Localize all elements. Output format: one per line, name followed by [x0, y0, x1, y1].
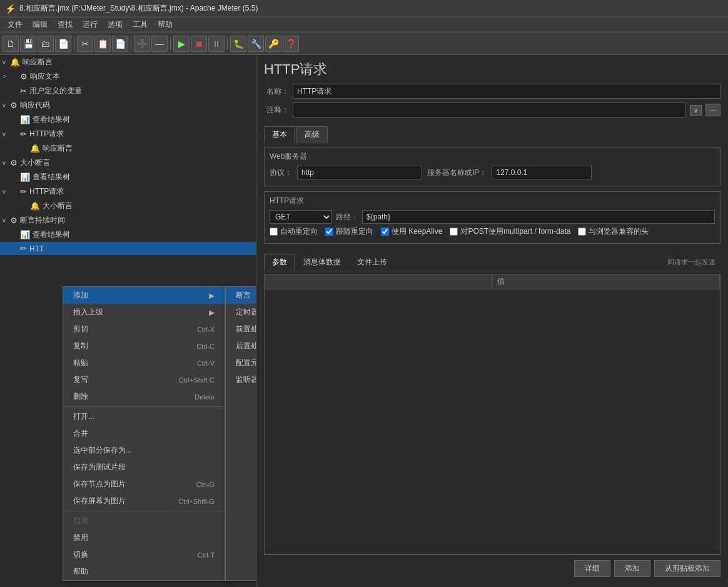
submenu-assertion[interactable]: 断言 ▶ [226, 287, 256, 304]
ctx-toggle[interactable]: 切换 Ctrl-T [63, 546, 225, 563]
ctx-help[interactable]: 帮助 [63, 563, 225, 580]
ctx-add[interactable]: 添加 ▶ [63, 287, 225, 304]
server-input[interactable] [492, 166, 592, 179]
ctx-disable[interactable]: 禁用 [63, 529, 225, 546]
tree-label: 查看结果树 [33, 114, 70, 125]
tree-item-size-assert[interactable]: v ⚙ 大小断言 [0, 156, 256, 170]
menu-run[interactable]: 运行 [78, 18, 103, 31]
tree-toggle[interactable]: v [3, 188, 10, 195]
ctx-save-partial[interactable]: 选中部分保存为... [63, 442, 225, 459]
path-input[interactable] [362, 210, 715, 224]
submenu-config[interactable]: 配置元件 ▶ [226, 354, 256, 371]
tree-toggle[interactable]: v [3, 59, 10, 66]
ctx-delete[interactable]: 删除 Delete [63, 388, 225, 405]
protocol-input[interactable] [297, 166, 422, 179]
toolbar-expand[interactable]: ➕ [134, 36, 150, 52]
menu-options[interactable]: 选项 [103, 18, 128, 31]
toolbar-undo[interactable]: ▶ [173, 36, 190, 52]
comment-input[interactable] [293, 103, 686, 118]
cb-follow[interactable]: 跟随重定向 [325, 226, 373, 237]
tree-label: HTTP请求 [29, 186, 64, 197]
toolbar-template[interactable]: 🔑 [265, 36, 281, 52]
title-bar: ⚡ 8.相应断言.jmx (F:\JMeter_Study\8.相应断言.jmx… [0, 0, 728, 18]
tree-item-view-results1[interactable]: 📊 查看结果树 [0, 113, 256, 127]
tree-item-assertions-root[interactable]: v 🔔 响应断言 [0, 55, 256, 69]
tree-toggle[interactable]: v [3, 102, 10, 109]
cb-browser-compat[interactable]: 与浏览器兼容的头 [578, 226, 649, 237]
ctx-save-node-img[interactable]: 保存节点为图片 Ctrl-G [63, 476, 225, 493]
tree-toggle[interactable]: v [3, 159, 10, 166]
cb-multipart-input[interactable] [450, 228, 458, 236]
toolbar-paste[interactable]: 📋 [94, 36, 111, 52]
expand-button[interactable]: v [690, 105, 702, 116]
cb-keepalive[interactable]: 使用 KeepAlive [381, 226, 442, 237]
menu-help[interactable]: 帮助 [153, 18, 178, 31]
tree-item-assert-duration[interactable]: v ⚙ 断言持续时间 [0, 213, 256, 228]
tree-item-http-req3[interactable]: ✏ HTT [0, 242, 256, 255]
tree-item-response-text[interactable]: > ⚙ 响应文本 [0, 69, 256, 84]
tree-item-response-assert1[interactable]: 🔔 响应断言 [0, 141, 256, 156]
tree-item-http-req2[interactable]: v ✏ HTTP请求 [0, 184, 256, 199]
params-tab-body[interactable]: 消息体数据 [295, 254, 349, 271]
toolbar-open[interactable]: 🗁 [38, 36, 54, 52]
submenu-pre-processor[interactable]: 前置处理器 ▶ [226, 321, 256, 338]
name-input[interactable] [293, 84, 720, 99]
submenu-listener[interactable]: 监听器 ▶ [226, 371, 256, 388]
toolbar-redo[interactable]: ⏹ [191, 36, 207, 52]
toolbar-run[interactable]: ⏸ [208, 36, 225, 52]
submenu-timer[interactable]: 定时器 ▶ [226, 304, 256, 321]
cb-browser-compat-input[interactable] [578, 228, 586, 236]
menu-file[interactable]: 文件 [3, 18, 28, 31]
tree-item-size-assert2[interactable]: 🔔 大小断言 [0, 199, 256, 213]
ctx-save-screen-img[interactable]: 保存屏幕为图片 Ctrl+Shift-G [63, 493, 225, 509]
cb-redirect[interactable]: 自动重定向 [270, 226, 318, 237]
ctx-save-fragment[interactable]: 保存为测试片段 [63, 459, 225, 476]
tree-icon-gear: ⚙ [20, 72, 28, 81]
add-button[interactable]: 添加 [614, 560, 650, 577]
ctx-paste[interactable]: 粘贴 Ctrl-V [63, 354, 225, 371]
tree-toggle[interactable]: v [3, 131, 10, 138]
toolbar-save[interactable]: 💾 [20, 36, 36, 52]
ctx-duplicate[interactable]: 复写 Ctrl+Shift-C [63, 371, 225, 388]
ctx-copy[interactable]: 复制 Ctrl-C [63, 338, 225, 354]
cb-keepalive-input[interactable] [381, 228, 389, 236]
tree-icon-bell2: 🔔 [30, 201, 40, 211]
menu-tools[interactable]: 工具 [128, 18, 153, 31]
cb-multipart[interactable]: 对POST使用multipart / form-data [450, 226, 570, 237]
method-select[interactable]: GET POST PUT DELETE [270, 210, 332, 224]
toolbar-new[interactable]: 🗋 [3, 36, 19, 52]
toolbar-debug[interactable]: 🐛 [230, 36, 246, 52]
params-tab-upload[interactable]: 文件上传 [349, 254, 395, 271]
tab-basic[interactable]: 基本 [264, 126, 295, 143]
toolbar-collapse[interactable]: — [151, 36, 168, 52]
menu-find[interactable]: 查找 [53, 18, 78, 31]
web-server-section: Web服务器 协议： 服务器名称或IP： [264, 147, 720, 186]
sub-menus: 断言 ▶ 定时器 ▶ 前置处理器 ▶ 后置处理器 ▶ [225, 286, 256, 581]
tree-item-http-req1[interactable]: v ✏ HTTP请求 [0, 127, 256, 141]
tree-item-view-results2[interactable]: 📊 查看结果树 [0, 170, 256, 184]
params-tab-params[interactable]: 参数 [264, 254, 295, 271]
ctx-open[interactable]: 打开... [63, 408, 225, 425]
tree-item-view-results3[interactable]: 📊 查看结果树 [0, 228, 256, 242]
paste-from-clipboard-button[interactable]: 从剪贴板添加 [654, 560, 720, 577]
toolbar-remote[interactable]: 🔧 [248, 36, 264, 52]
menu-edit[interactable]: 编辑 [28, 18, 53, 31]
toolbar-dup[interactable]: 📄 [112, 36, 128, 52]
toolbar-help[interactable]: ❓ [283, 36, 299, 52]
tab-advanced[interactable]: 高级 [296, 126, 328, 143]
toolbar-cut[interactable]: ✂ [77, 36, 93, 52]
toolbar-copy[interactable]: 📄 [55, 36, 71, 52]
tree-item-response-code[interactable]: v ⚙ 响应代码 [0, 98, 256, 113]
detail-button[interactable]: 详细 [574, 560, 610, 577]
ctx-cut[interactable]: 剪切 Ctrl-X [63, 321, 225, 338]
tree-toggle[interactable]: v [3, 217, 10, 224]
ctx-merge[interactable]: 合并 [63, 425, 225, 442]
more-button[interactable]: ··· [705, 104, 720, 116]
tree-item-user-vars[interactable]: ✂ 用户定义的变量 [0, 84, 256, 98]
ctx-insert-parent[interactable]: 插入上级 ▶ [63, 304, 225, 321]
submenu-post-processor[interactable]: 后置处理器 ▶ [226, 338, 256, 354]
cb-follow-input[interactable] [325, 228, 333, 236]
cb-redirect-input[interactable] [270, 228, 278, 236]
tree-toggle[interactable]: > [3, 73, 10, 80]
ctx-sep1 [63, 406, 225, 407]
